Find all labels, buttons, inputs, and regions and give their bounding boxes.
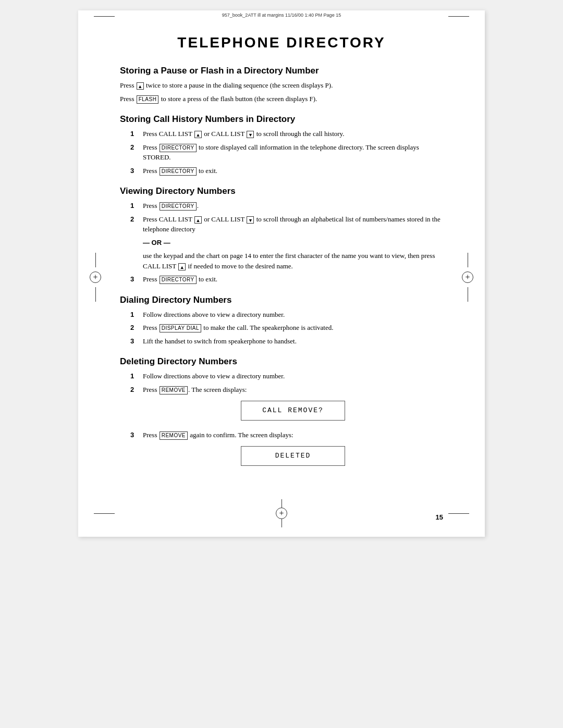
list-content-del3: Press REMOVE again to confirm. The scree… [143, 430, 443, 472]
top-crop-marks: 957_book_2ATT ill at margins 11/16/00 1:… [78, 10, 485, 22]
list-num-del1: 1 [130, 371, 143, 381]
top-right-crop-h [448, 16, 469, 17]
list-num-v1: 1 [130, 201, 143, 211]
viewing-list: 1 Press DIRECTORY. 2 Press CALL LIST ▲ o… [130, 201, 443, 285]
arrow-down-icon-1: ▼ [247, 131, 254, 138]
section-heading-deleting: Deleting Directory Numbers [120, 356, 443, 367]
remove-key-2: REMOVE [160, 431, 188, 440]
content-area: TELEPHONE DIRECTORY Storing a Pause or F… [78, 24, 485, 507]
list-content-v1: Press DIRECTORY. [143, 201, 443, 211]
deleting-list: 1 Follow directions above to view a dire… [130, 371, 443, 472]
list-num-del2: 2 [130, 385, 143, 427]
list-content-d1: Follow directions above to view a direct… [143, 310, 443, 320]
list-content-1: Press CALL LIST ▲ or CALL LIST ▼ to scro… [143, 129, 443, 139]
arrow-up-icon-1: ▲ [137, 82, 144, 90]
list-content-del1: Follow directions above to view a direct… [143, 371, 443, 381]
remove-key-1: REMOVE [160, 386, 188, 394]
list-content-2: Press DIRECTORY to store displayed call … [143, 142, 443, 163]
display-dial-key: DISPLAY DIAL [160, 324, 201, 332]
page: 957_book_2ATT ill at margins 11/16/00 1:… [78, 10, 485, 537]
header-meta: 957_book_2ATT ill at margins 11/16/00 1:… [222, 10, 341, 22]
section-heading-pause-flash: Storing a Pause or Flash in a Directory … [120, 66, 443, 76]
list-item: 2 Press REMOVE. The screen displays: CAL… [130, 385, 443, 427]
list-num-d2: 2 [130, 323, 143, 333]
bottom-left-crop-h [94, 513, 115, 514]
arrow-up-icon-4: ▲ [178, 263, 186, 270]
right-side-crop [460, 253, 475, 302]
meta-text-area: 957_book_2ATT ill at margins 11/16/00 1:… [222, 10, 341, 22]
bottom-crop-v-bottom [282, 519, 282, 527]
section-heading-call-history: Storing Call History Numbers in Director… [120, 114, 443, 125]
list-item: 1 Follow directions above to view a dire… [130, 310, 443, 320]
list-num-del3: 3 [130, 430, 143, 472]
list-content-d3: Lift the handset to switch from speakerp… [143, 336, 443, 347]
list-item: 1 Press DIRECTORY. [130, 201, 443, 211]
pause-flash-para1: Press ▲ twice to store a pause in the di… [120, 80, 443, 91]
list-num-d1: 1 [130, 310, 143, 320]
list-num-3: 3 [130, 166, 143, 176]
list-item: 2 Press DISPLAY DIAL to make the call. T… [130, 323, 443, 333]
arrow-up-icon-3: ▲ [194, 216, 202, 224]
top-left-crop-h [94, 16, 115, 17]
left-reg-mark [90, 272, 101, 283]
bottom-right-crop-h [448, 513, 469, 514]
list-content-3: Press DIRECTORY to exit. [143, 166, 443, 176]
list-item: 1 Press CALL LIST ▲ or CALL LIST ▼ to sc… [130, 129, 443, 139]
directory-key-3: DIRECTORY [160, 202, 197, 211]
section-heading-dialing: Dialing Directory Numbers [120, 295, 443, 305]
right-reg-mark [462, 272, 473, 283]
list-content-d2: Press DISPLAY DIAL to make the call. The… [143, 323, 443, 333]
list-item: 3 Press DIRECTORY to exit. [130, 166, 443, 176]
list-item: 2 Press CALL LIST ▲ or CALL LIST ▼ to sc… [130, 214, 443, 272]
left-crop-v-top [95, 253, 96, 267]
screen-text-call-remove: CALL REMOVE? [241, 401, 345, 421]
list-item: 3 Lift the handset to switch from speake… [130, 336, 443, 347]
screen-display-deleted: DELETED [143, 446, 443, 466]
list-item: 3 Press REMOVE again to confirm. The scr… [130, 430, 443, 472]
pause-flash-para2: Press FLASH to store a press of the flas… [120, 94, 443, 104]
or-divider: — OR — [143, 238, 443, 248]
list-num-v3: 3 [130, 274, 143, 285]
section-heading-viewing: Viewing Directory Numbers [120, 186, 443, 196]
screen-display-call-remove: CALL REMOVE? [143, 401, 443, 421]
list-num-v2: 2 [130, 214, 143, 272]
list-num-2: 2 [130, 142, 143, 163]
list-num-d3: 3 [130, 336, 143, 347]
list-content-v3: Press DIRECTORY to exit. [143, 274, 443, 285]
arrow-up-icon-2: ▲ [194, 131, 202, 138]
bottom-crop-marks: + [78, 499, 485, 527]
list-item: 3 Press DIRECTORY to exit. [130, 274, 443, 285]
dialing-list: 1 Follow directions above to view a dire… [130, 310, 443, 347]
directory-key-4: DIRECTORY [160, 276, 197, 284]
call-history-list: 1 Press CALL LIST ▲ or CALL LIST ▼ to sc… [130, 129, 443, 176]
list-num-1: 1 [130, 129, 143, 139]
right-crop-v-top [468, 253, 468, 267]
right-crop-v-bottom [468, 287, 468, 302]
screen-text-deleted: DELETED [241, 446, 345, 466]
list-content-v2: Press CALL LIST ▲ or CALL LIST ▼ to scro… [143, 214, 443, 272]
bottom-reg-mark: + [276, 508, 287, 519]
list-content-del2: Press REMOVE. The screen displays: CALL … [143, 385, 443, 427]
left-crop-v-bottom [95, 287, 96, 302]
bottom-crop-v-top [282, 499, 282, 508]
flash-key: FLASH [137, 95, 159, 104]
list-item: 1 Follow directions above to view a dire… [130, 371, 443, 381]
directory-key-2: DIRECTORY [160, 167, 197, 176]
left-side-crop [88, 253, 103, 302]
arrow-down-icon-2: ▼ [247, 216, 254, 224]
bottom-center-crop: + [276, 499, 287, 527]
page-title: TELEPHONE DIRECTORY [120, 34, 443, 51]
list-item: 2 Press DIRECTORY to store displayed cal… [130, 142, 443, 163]
directory-key-1: DIRECTORY [160, 144, 197, 152]
